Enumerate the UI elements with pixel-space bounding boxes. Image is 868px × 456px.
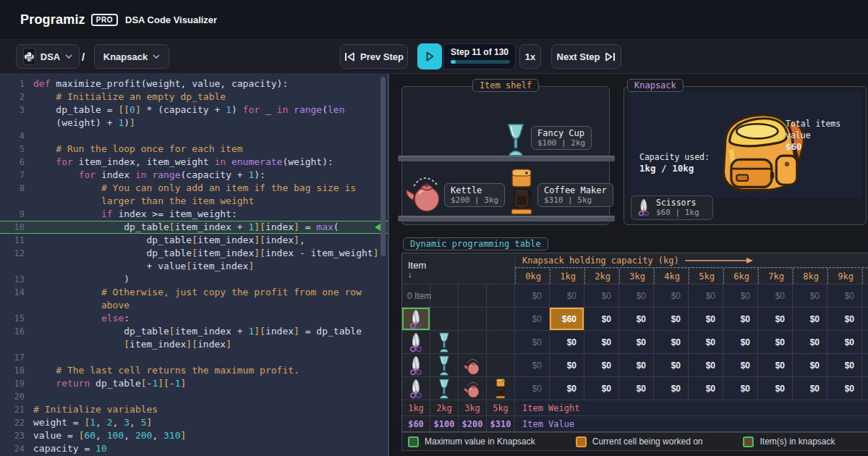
dp-value-cell: $0 [619,284,653,307]
item-name: Kettle [451,185,498,195]
item-shelf-title: Item shelf [472,79,539,92]
line-number: 10 [0,221,33,234]
dp-value-cell: $0 [550,354,584,376]
code-line: 2 # Initialize an empty dp_table [0,90,388,104]
dp-table-title: Dynamic programming table [403,237,548,250]
scissors-icon [407,379,425,399]
dp-value-cell: $0 [654,284,688,307]
code-text: # Otherwise, just copy the profit from o… [33,286,362,299]
item-header-label: Item [408,260,426,271]
line-number [0,338,33,351]
dp-value-cell: $0 [862,308,868,330]
course-dropdown[interactable]: DSA [16,44,80,69]
dp-item-cell [459,284,486,307]
dp-value-cell: $0 [619,354,653,376]
code-line: 19 return dp_table[-1][-1] [0,377,388,390]
line-number: 21 [0,403,33,416]
legend-label: Current cell being worked on [592,436,703,447]
code-text: dp_table[item_index][index], [33,234,305,247]
code-text: else: [33,312,129,325]
line-number: 9 [0,208,33,221]
dp-value-cell: $0 [758,284,792,307]
code-text: for item_index, item_weight in enumerate… [33,156,333,169]
code-line: (weight) + 1)] [0,117,388,130]
fancy-cup-label: Fancy Cup $100 | 2kg [531,126,592,150]
prev-step-button[interactable]: Prev Step [340,44,408,69]
knapsack-content-chip: Scissors $60 | 1kg [631,195,713,220]
item-meta: $100 | 2kg [537,138,585,148]
dp-column-header: 10kg [862,269,868,284]
dp-item-cell [487,354,514,376]
next-step-button[interactable]: Next Step [551,44,621,69]
dp-value-cell: $0 [723,308,757,330]
dp-column-header: 7kg [758,269,792,284]
dp-item-cell-scissors [402,331,430,353]
dp-value-cell: $0 [862,377,868,400]
dp-value-cell: $0 [723,331,757,353]
dp-column-header: 6kg [723,269,757,284]
editor-scrollbar[interactable] [380,77,386,256]
dp-value-cell: $0 [723,284,757,307]
code-line: 17 [0,351,388,364]
code-text: weight = [1, 2, 3, 5] [33,416,152,429]
code-line: above [0,299,388,312]
legend-swatch-current [576,436,587,447]
dp-value-cell: $0 [619,308,653,330]
total-items-value: Total items value $60 [786,118,862,153]
programiz-logo: Programiz [20,12,85,28]
dp-value-cell: $0 [515,377,549,400]
line-number [0,117,33,130]
kettle-icon [463,379,482,399]
dp-value-cell: $0 [584,354,618,376]
dp-column-header: 8kg [793,269,827,284]
code-text: # The last cell returns the maximum prof… [33,364,299,377]
legend-item: Current cell being worked on [576,436,703,447]
dp-value-cell: $0 [862,354,868,376]
breadcrumb-separator: / [82,44,85,69]
chevron-down-icon [153,54,160,59]
scissors-icon [637,198,651,217]
capacity-used-amount: 1kg / 10kg [639,163,694,174]
chevron-down-icon [65,54,72,59]
topic-dropdown[interactable]: Knapsack [94,44,169,69]
speed-label: 1x [525,51,535,62]
coffee-maker-icon [508,168,535,216]
line-number: 14 [0,286,33,299]
code-text: ) [33,273,129,286]
dp-table-panel: Dynamic programming table Item↓Knapsack … [401,237,868,433]
line-number: 3 [0,104,33,117]
code-text: larger than the item weight [33,195,254,208]
dp-values-label: Item Value [515,416,868,431]
code-line: 8 # You can only add an item if the bag … [0,182,388,195]
dp-value-cell: $0 [654,308,688,330]
kettle-label: Kettle $200 | 3kg [444,183,505,207]
total-items-value-amount: $60 [786,141,802,152]
dp-weights-label: Item Weight [515,400,868,415]
play-button[interactable] [417,43,442,69]
dp-value-cell: $0 [515,308,549,330]
line-number: 17 [0,351,33,364]
line-number [0,260,33,273]
code-text: # You can only add an item if the bag si… [33,182,356,195]
line-number: 19 [0,377,33,390]
dp-value-cell: $0 [793,331,827,353]
code-line: 20 [0,390,388,403]
skip-back-icon [344,52,355,62]
dp-item-value: $200 [459,416,486,431]
dp-value-cell: $0 [793,377,827,400]
code-text [33,130,39,143]
capacity-header-label: Knapsack holding capacity (kg) [522,256,679,266]
code-text [33,390,39,403]
dp-column-header: 3kg [619,269,653,284]
line-number: 15 [0,312,33,325]
knapsack-panel: Knapsack Total items value $60 Capacity … [624,86,867,225]
fancy-cup-icon [505,123,527,156]
dp-item-cell [487,284,514,307]
dp-value-cell: $0 [793,354,827,376]
dp-item-cell-scissors [402,377,430,400]
course-dropdown-label: DSA [41,51,60,62]
code-editor[interactable]: 1def maximize_profit(weight, value, capa… [0,74,389,456]
speed-button[interactable]: 1x [519,44,541,69]
code-line: 21# Initialize variables [0,403,388,416]
dp-value-cell: $0 [689,377,723,400]
